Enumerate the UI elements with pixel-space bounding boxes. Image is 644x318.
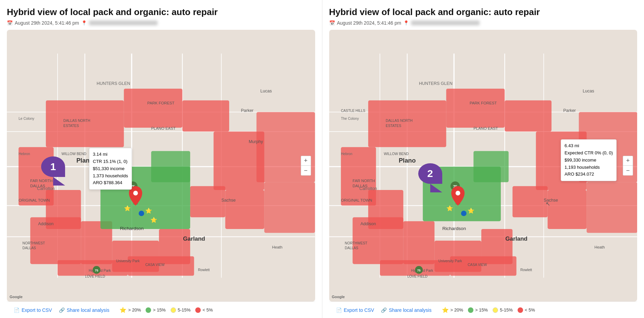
svg-text:ESTATES: ESTATES bbox=[386, 124, 401, 128]
legend-star-right: ⭐ > 20% bbox=[442, 307, 463, 313]
svg-text:Murphy: Murphy bbox=[249, 140, 263, 144]
panel-left-location-blur bbox=[89, 21, 158, 25]
export-csv-left[interactable]: 📄 Export to CSV bbox=[14, 307, 52, 313]
svg-rect-89 bbox=[512, 186, 547, 217]
svg-rect-95 bbox=[473, 151, 508, 182]
zoom-out-left[interactable]: − bbox=[301, 166, 311, 175]
svg-text:DALLAS: DALLAS bbox=[352, 184, 368, 188]
svg-text:PARK FOREST: PARK FOREST bbox=[469, 101, 496, 105]
panel-right-subtitle: 📅 August 29th 2024, 5:41:46 pm 📍 bbox=[329, 20, 637, 26]
svg-text:Addison: Addison bbox=[38, 221, 53, 226]
panel-left-date: August 29th 2024, 5:41:46 pm bbox=[15, 20, 79, 26]
share-icon-left: 🔗 bbox=[59, 307, 65, 313]
svg-text:Parker: Parker bbox=[563, 109, 576, 113]
marker-1: 1 bbox=[41, 156, 65, 186]
marker-2: 2 bbox=[418, 163, 442, 192]
svg-point-66 bbox=[139, 211, 144, 216]
svg-text:CASA VIEW: CASA VIEW bbox=[468, 263, 487, 267]
zoom-in-left[interactable]: + bbox=[301, 156, 311, 166]
svg-rect-78 bbox=[368, 100, 446, 147]
svg-text:WILLOW BEND: WILLOW BEND bbox=[384, 152, 409, 156]
svg-rect-28 bbox=[151, 151, 190, 182]
svg-rect-82 bbox=[403, 221, 434, 264]
svg-text:Le Colony: Le Colony bbox=[18, 117, 35, 120]
svg-rect-13 bbox=[182, 100, 229, 131]
green-dot-left bbox=[146, 307, 151, 313]
svg-text:ORIGINAL TOWN: ORIGINAL TOWN bbox=[341, 198, 372, 202]
svg-text:Plano: Plano bbox=[398, 157, 416, 164]
svg-rect-22 bbox=[190, 186, 225, 217]
footer-left: 📄 Export to CSV 🔗 Share local analysis ⭐… bbox=[7, 302, 315, 318]
svg-text:DALLAS NORTH: DALLAS NORTH bbox=[63, 119, 90, 123]
svg-text:ORIGINAL TOWN: ORIGINAL TOWN bbox=[18, 198, 50, 202]
svg-text:Addison: Addison bbox=[360, 221, 376, 226]
share-label-left: Share local analysis bbox=[67, 307, 110, 313]
svg-text:ESTATES: ESTATES bbox=[63, 124, 79, 128]
svg-text:CASA VIEW: CASA VIEW bbox=[145, 263, 165, 267]
map-right-svg: Plano Garland Carrolton Addison FAR NORT… bbox=[329, 30, 637, 302]
svg-text:DALLAS: DALLAS bbox=[23, 246, 36, 250]
svg-text:DALLAS NORTH: DALLAS NORTH bbox=[386, 119, 412, 123]
svg-point-130 bbox=[455, 191, 460, 196]
svg-point-62 bbox=[133, 191, 138, 196]
marker-1-number: 1 bbox=[50, 161, 56, 173]
svg-text:PLANO EAST: PLANO EAST bbox=[473, 126, 498, 130]
svg-text:Hebron: Hebron bbox=[18, 152, 30, 156]
map-left[interactable]: Plano Garland Carrolton Addison FAR NORT… bbox=[7, 30, 315, 302]
svg-text:HUNTERS GLEN: HUNTERS GLEN bbox=[419, 81, 452, 86]
svg-text:Richardson: Richardson bbox=[120, 226, 144, 231]
share-analysis-left[interactable]: 🔗 Share local analysis bbox=[59, 307, 110, 313]
export-label-left: Export to CSV bbox=[22, 307, 52, 313]
yellow-dot-right bbox=[493, 307, 498, 313]
panel-right: Hybrid view of local pack and organic: a… bbox=[322, 0, 644, 318]
legend-yellow-left: 5-15% bbox=[171, 307, 191, 313]
calendar-icon-left: 📅 bbox=[7, 20, 13, 26]
svg-text:Garland: Garland bbox=[505, 236, 527, 242]
svg-rect-80 bbox=[505, 100, 552, 131]
panel-right-location-blur bbox=[411, 21, 480, 25]
zoom-out-right[interactable]: − bbox=[623, 166, 633, 175]
svg-text:WILLOW BEND: WILLOW BEND bbox=[61, 152, 86, 156]
star-icon-left: ⭐ bbox=[120, 307, 126, 313]
share-label-right: Share local analysis bbox=[389, 307, 432, 313]
export-label-right: Export to CSV bbox=[344, 307, 374, 313]
svg-rect-26 bbox=[264, 182, 315, 233]
svg-text:Richardson: Richardson bbox=[442, 226, 466, 231]
svg-text:Heath: Heath bbox=[594, 245, 605, 249]
zoom-in-right[interactable]: + bbox=[623, 156, 633, 166]
svg-text:Murphy: Murphy bbox=[571, 140, 585, 144]
panel-left-title: Hybrid view of local pack and organic: a… bbox=[7, 7, 315, 17]
marker-2-number: 2 bbox=[427, 168, 433, 179]
svg-rect-79 bbox=[446, 89, 505, 128]
svg-text:PARK FOREST: PARK FOREST bbox=[147, 101, 174, 105]
panel-right-date: August 29th 2024, 5:41:46 pm bbox=[337, 20, 401, 26]
zoom-controls-right[interactable]: + − bbox=[623, 156, 633, 176]
svg-text:Lucas: Lucas bbox=[260, 89, 272, 94]
legend-green-right: > 15% bbox=[468, 307, 488, 313]
legend-green-left: > 15% bbox=[146, 307, 165, 313]
legend-red-right: < 5% bbox=[518, 307, 535, 313]
legend-yellow-right: 5-15% bbox=[493, 307, 513, 313]
svg-text:Rowlett: Rowlett bbox=[198, 268, 210, 272]
svg-rect-11 bbox=[46, 100, 124, 147]
export-csv-right[interactable]: 📄 Export to CSV bbox=[336, 307, 374, 313]
svg-text:⭐: ⭐ bbox=[446, 205, 453, 212]
legend-right: ⭐ > 20% > 15% 5-15% < 5% bbox=[442, 307, 535, 313]
share-analysis-right[interactable]: 🔗 Share local analysis bbox=[381, 307, 432, 313]
green-dot-right bbox=[468, 307, 473, 313]
map-right[interactable]: Plano Garland Carrolton Addison FAR NORT… bbox=[329, 30, 637, 302]
red-dot-left bbox=[195, 307, 201, 313]
svg-text:Plano: Plano bbox=[76, 157, 94, 164]
svg-text:⭐: ⭐ bbox=[150, 217, 157, 224]
zoom-controls-left[interactable]: + − bbox=[301, 156, 311, 176]
svg-text:Hebron: Hebron bbox=[341, 152, 352, 156]
svg-text:PLANO EAST: PLANO EAST bbox=[151, 126, 175, 130]
svg-text:⭐: ⭐ bbox=[145, 207, 152, 214]
google-logo-right: Google bbox=[332, 295, 345, 299]
svg-text:⭐: ⭐ bbox=[468, 207, 474, 214]
legend-star-left: ⭐ > 20% bbox=[120, 307, 141, 313]
calendar-icon-right: 📅 bbox=[329, 20, 335, 26]
svg-text:CASTLE HILLS: CASTLE HILLS bbox=[341, 109, 365, 113]
svg-rect-12 bbox=[124, 89, 183, 128]
svg-text:Heath: Heath bbox=[272, 245, 282, 249]
